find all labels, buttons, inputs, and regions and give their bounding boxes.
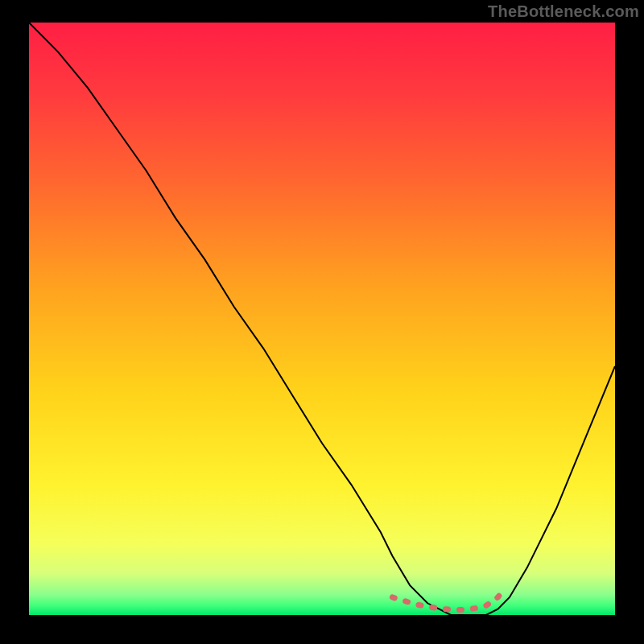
chart-svg [29, 23, 615, 615]
watermark-text: TheBottleneck.com [488, 2, 639, 21]
bottleneck-chart [29, 23, 615, 615]
chart-background [29, 23, 615, 615]
